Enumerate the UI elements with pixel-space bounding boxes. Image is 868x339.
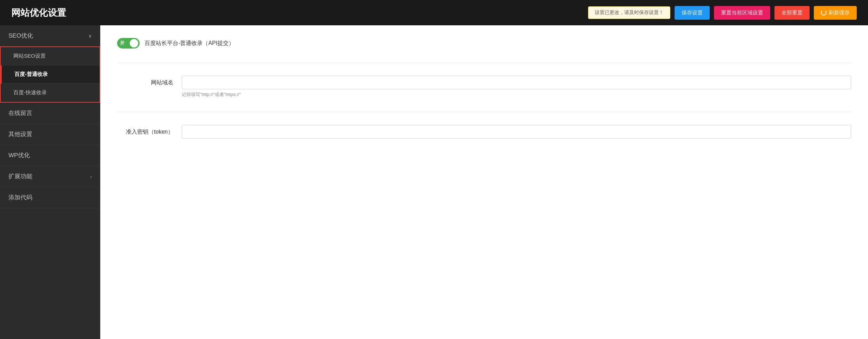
page-title: 网站优化设置 [11, 7, 66, 19]
domain-field: 记得填写"http://"或者"https://" [182, 76, 851, 98]
divider-2 [117, 112, 851, 112]
sidebar-item-baidu-fast[interactable]: 百度-快速收录 [1, 84, 100, 102]
header-actions: 设置已更改，请及时保存设置！ 保存设置 重置当前区域设置 全部重置 刷新缓存 [588, 6, 857, 20]
toggle-knob [130, 39, 138, 47]
sidebar-seo-sub-group: 网站SEO设置 百度-普通收录 百度-快速收录 [0, 46, 100, 103]
sidebar-item-seo[interactable]: SEO优化 ∨ [0, 25, 100, 46]
sidebar-item-add-code[interactable]: 添加代码 [0, 187, 100, 208]
sidebar-item-messages[interactable]: 在线留言 [0, 103, 100, 124]
token-field [182, 125, 851, 139]
refresh-icon [821, 10, 826, 15]
sidebar-item-seo-label: SEO优化 [8, 32, 33, 40]
toggle-on-label: 开 [120, 40, 125, 46]
token-label: 准入密钥（token） [117, 125, 173, 136]
form-row-token: 准入密钥（token） [117, 125, 851, 139]
header: 网站优化设置 设置已更改，请及时保存设置！ 保存设置 重置当前区域设置 全部重置… [0, 0, 868, 25]
save-button[interactable]: 保存设置 [675, 6, 710, 20]
reset-area-button[interactable]: 重置当前区域设置 [714, 6, 770, 20]
token-input[interactable] [182, 125, 851, 139]
sidebar: SEO优化 ∨ 网站SEO设置 百度-普通收录 百度-快速收录 在线留言 其他设… [0, 25, 100, 339]
toggle-description: 百度站长平台-普通收录（API提交） [145, 40, 234, 47]
content-area: 开 百度站长平台-普通收录（API提交） 网站域名 记得填写"http://"或… [100, 25, 868, 339]
form-row-domain: 网站域名 记得填写"http://"或者"https://" [117, 76, 851, 98]
toggle-switch[interactable]: 开 [117, 38, 140, 49]
sidebar-item-baidu-normal[interactable]: 百度-普通收录 [1, 65, 100, 84]
sidebar-item-other[interactable]: 其他设置 [0, 124, 100, 145]
chevron-down-icon: ∨ [88, 33, 92, 39]
main-layout: SEO优化 ∨ 网站SEO设置 百度-普通收录 百度-快速收录 在线留言 其他设… [0, 25, 868, 339]
toggle-row: 开 百度站长平台-普通收录（API提交） [117, 38, 851, 49]
header-notice: 设置已更改，请及时保存设置！ [588, 6, 670, 19]
sidebar-item-wp[interactable]: WP优化 [0, 145, 100, 166]
refresh-cache-button[interactable]: 刷新缓存 [814, 6, 857, 20]
sidebar-item-seo-settings[interactable]: 网站SEO设置 [1, 47, 100, 65]
domain-label: 网站域名 [117, 76, 173, 87]
domain-hint: 记得填写"http://"或者"https://" [182, 91, 851, 98]
divider [117, 63, 851, 63]
chevron-right-icon: › [90, 174, 92, 179]
domain-input[interactable] [182, 76, 851, 89]
sidebar-item-extensions[interactable]: 扩展功能 › [0, 166, 100, 187]
reset-all-button[interactable]: 全部重置 [774, 6, 810, 20]
